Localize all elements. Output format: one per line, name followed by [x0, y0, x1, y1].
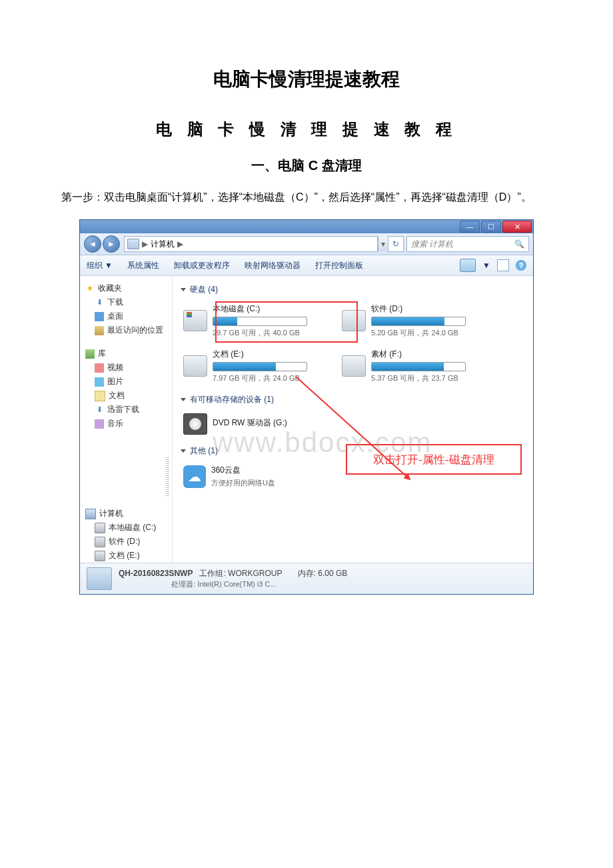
drive-e[interactable]: 文档 (E:) 7.97 GB 可用，共 24.0 GB: [181, 346, 326, 386]
crumb-sep-icon: ▶: [177, 239, 183, 249]
details-cpu: Intel(R) Core(TM) i3 C...: [198, 580, 277, 588]
breadcrumb[interactable]: ▶ 计算机 ▶: [124, 236, 378, 252]
details-cpu-label: 处理器:: [171, 580, 195, 588]
drive-capacity-text: 7.97 GB 可用，共 24.0 GB: [213, 373, 323, 383]
control-panel-button[interactable]: 打开控制面板: [315, 260, 363, 271]
nav-downloads[interactable]: ⬇下载: [92, 295, 169, 309]
drive-capacity-bar: [371, 317, 466, 326]
desktop-icon: [95, 312, 104, 321]
details-workgroup: WORKGROUP: [228, 569, 282, 578]
drive-icon: [95, 551, 105, 561]
triangle-icon: [181, 398, 186, 401]
toolbar: 组织 ▼ 系统属性 卸载或更改程序 映射网络驱动器 打开控制面板 ▼ ?: [80, 255, 533, 276]
sys-properties-button[interactable]: 系统属性: [127, 260, 159, 271]
picture-icon: [95, 377, 104, 387]
triangle-icon: [181, 288, 186, 291]
drive-label: 360云盘: [211, 465, 323, 476]
nav-desktop[interactable]: 桌面: [92, 309, 169, 323]
download-icon: ⬇: [95, 405, 104, 415]
video-icon: [95, 363, 104, 373]
crumb-dropdown[interactable]: ▾: [378, 237, 388, 251]
drive-icon: [183, 310, 207, 331]
drive-label: 文档 (E:): [213, 349, 323, 360]
category-removable[interactable]: 有可移动存储的设备 (1): [181, 394, 525, 405]
search-placeholder: 搜索 计算机: [411, 239, 453, 250]
recent-icon: [95, 326, 104, 335]
drive-label: DVD RW 驱动器 (G:): [213, 417, 323, 429]
nav-drive-c[interactable]: 本地磁盘 (C:): [92, 521, 169, 535]
nav-xunlei[interactable]: ⬇迅雷下载: [92, 403, 169, 417]
drive-label: 软件 (D:): [371, 303, 482, 315]
maximize-button[interactable]: ☐: [481, 221, 501, 233]
details-name: QH-20160823SNWP: [119, 569, 193, 578]
window-titlebar: — ☐ ✕: [80, 220, 533, 233]
drive-capacity-bar: [371, 362, 466, 371]
crumb-computer[interactable]: 计算机: [151, 239, 175, 250]
minimize-button[interactable]: —: [460, 221, 480, 233]
chevron-down-icon: ▼: [105, 261, 113, 270]
map-drive-button[interactable]: 映射网络驱动器: [245, 260, 301, 271]
details-mem-label: 内存:: [298, 569, 316, 578]
drive-icon: [95, 537, 105, 547]
forward-button[interactable]: ►: [103, 235, 120, 253]
resize-grip[interactable]: [166, 457, 169, 497]
annotation-highlight-box: [215, 301, 358, 343]
uninstall-button[interactable]: 卸载或更改程序: [174, 260, 230, 271]
drive-capacity-text: 5.37 GB 可用，共 23.7 GB: [371, 373, 482, 383]
drive-label: 素材 (F:): [371, 349, 482, 360]
details-pane: QH-20160823SNWP 工作组: WORKGROUP 内存: 6.00 …: [80, 563, 533, 594]
section-heading: 一、电脑 C 盘清理: [40, 157, 573, 175]
category-hdd[interactable]: 硬盘 (4): [181, 284, 525, 295]
drive-d[interactable]: 软件 (D:) 5.20 GB 可用，共 24.0 GB: [339, 301, 484, 341]
nav-documents[interactable]: 文档: [92, 389, 169, 403]
drive-subtitle: 方便好用的网络U盘: [211, 478, 323, 488]
computer-icon: [87, 567, 112, 590]
nav-favorites[interactable]: ★收藏夹: [83, 281, 169, 295]
drive-icon: [95, 523, 105, 533]
details-mem: 6.00 GB: [318, 569, 347, 578]
document-subtitle: 电 脑 卡 慢 清 理 提 速 教 程: [40, 119, 573, 140]
drive-cloud[interactable]: ☁ 360云盘 方便好用的网络U盘: [181, 462, 326, 491]
navigation-pane: ★收藏夹 ⬇下载 桌面 最近访问的位置 库 视频 图片 文档 ⬇迅雷下载 音乐: [80, 276, 173, 563]
step-paragraph: 第一步：双击电脑桌面“计算机”，选择“本地磁盘（C）”，然后选择“属性”，再选择…: [40, 188, 573, 206]
nav-videos[interactable]: 视频: [92, 361, 169, 375]
drive-capacity-bar: [213, 362, 307, 371]
document-icon: [95, 391, 105, 401]
refresh-button[interactable]: ↻: [388, 236, 404, 252]
nav-libraries[interactable]: 库: [83, 347, 169, 361]
drive-icon: [342, 355, 366, 377]
details-workgroup-label: 工作组:: [199, 569, 225, 578]
organize-menu[interactable]: 组织 ▼: [87, 260, 113, 271]
nav-recent[interactable]: 最近访问的位置: [92, 323, 169, 337]
crumb-sep-icon: ▶: [142, 239, 148, 249]
dvd-icon: [183, 413, 207, 435]
download-icon: ⬇: [95, 298, 104, 307]
library-icon: [85, 349, 95, 359]
music-icon: [95, 419, 104, 429]
drive-capacity-text: 5.20 GB 可用，共 24.0 GB: [371, 328, 482, 338]
nav-drive-e[interactable]: 文档 (E:): [92, 549, 169, 563]
view-icon[interactable]: [460, 259, 476, 272]
chevron-down-icon[interactable]: ▼: [482, 261, 490, 270]
nav-music[interactable]: 音乐: [92, 417, 169, 431]
annotation-callout: 双击打开-属性-磁盘清理: [346, 444, 522, 475]
computer-icon: [85, 509, 96, 519]
close-button[interactable]: ✕: [502, 221, 532, 233]
search-icon: 🔍: [514, 239, 524, 249]
nav-computer[interactable]: 计算机: [83, 507, 169, 521]
explorer-screenshot: — ☐ ✕ ◄ ► ▶ 计算机 ▶ ▾ ↻ 搜索 计算机 🔍: [79, 219, 534, 595]
nav-pictures[interactable]: 图片: [92, 375, 169, 389]
help-icon[interactable]: ?: [516, 260, 526, 271]
drive-dvd[interactable]: DVD RW 驱动器 (G:): [181, 411, 326, 437]
preview-pane-icon[interactable]: [497, 259, 509, 271]
computer-icon: [127, 239, 139, 249]
cloud-icon: ☁: [183, 465, 206, 488]
drive-f[interactable]: 素材 (F:) 5.37 GB 可用，共 23.7 GB: [339, 346, 484, 386]
star-icon: ★: [85, 284, 95, 293]
triangle-icon: [181, 449, 186, 453]
drive-icon: [183, 355, 207, 377]
back-button[interactable]: ◄: [84, 235, 101, 253]
nav-drive-d[interactable]: 软件 (D:): [92, 535, 169, 549]
document-title: 电脑卡慢清理提速教程: [40, 67, 573, 92]
search-input[interactable]: 搜索 计算机 🔍: [406, 236, 529, 252]
